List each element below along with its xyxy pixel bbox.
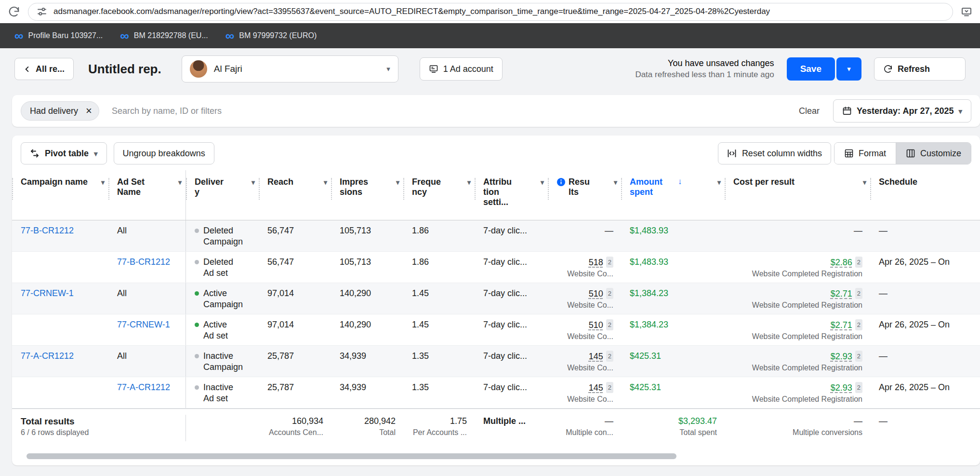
save-options-button[interactable]: ▾ (836, 57, 861, 81)
horizontal-scrollbar[interactable] (20, 453, 972, 460)
table-row[interactable]: 77-CRNEW-1 All ActiveCampaign 97,014 140… (12, 283, 980, 314)
report-table-card: Pivot table ▾ Ungroup breakdowns Reset c… (12, 136, 980, 465)
reset-column-widths-button[interactable]: Reset column widths (718, 142, 831, 164)
total-results-cell: —Multiple con... (548, 415, 621, 441)
remove-filter-icon[interactable]: × (86, 106, 92, 116)
column-menu-icon[interactable]: ▾ (541, 177, 544, 186)
cost-value[interactable]: $2.71 (831, 289, 852, 299)
column-header-frequency[interactable]: Frequency ▾ (403, 170, 475, 220)
campaign-name-link[interactable]: 77-A-CR1212 (21, 351, 74, 361)
column-menu-icon[interactable]: ▾ (717, 177, 721, 186)
adset-name-link[interactable]: 77-B-CR1212 (117, 257, 170, 267)
column-header-ad-set-name[interactable]: Ad Set Name ▾ (108, 170, 185, 220)
campaign-name-link[interactable]: 77-CRNEW-1 (21, 288, 74, 298)
column-header-impressions[interactable]: Impressions ▾ (331, 170, 403, 220)
table-row[interactable]: 77-A-CR1212 InactiveAd set 25,787 34,939… (12, 377, 980, 408)
amount-spent-value: $1,483.93 (630, 257, 668, 267)
account-selector[interactable]: Al Fajri ▾ (182, 55, 398, 82)
refresh-button[interactable]: Refresh (874, 57, 966, 81)
delivery-status: Inactive (203, 351, 243, 362)
scrollbar-thumb[interactable] (26, 453, 676, 459)
results-value[interactable]: 510 (589, 289, 603, 299)
results-cell: — (548, 220, 621, 251)
column-menu-icon[interactable]: ▾ (863, 177, 866, 186)
results-type: Website Co... (556, 269, 613, 279)
cost-per-result-cell: $2.712Website Completed Registration (725, 283, 870, 314)
adset-name-cell: All (108, 283, 185, 314)
date-range-picker[interactable]: Yesterday: Apr 27, 2025 ▾ (833, 99, 971, 122)
impressions-cell: 140,290 (331, 314, 403, 345)
adset-name-link[interactable]: 77-A-CR1212 (117, 382, 170, 392)
campaign-name-cell: 77-CRNEW-1 (12, 283, 108, 314)
results-value[interactable]: 145 (589, 383, 603, 393)
adset-name-cell: 77-A-CR1212 (108, 377, 185, 408)
reach-cell: 56,747 (259, 220, 331, 251)
back-to-reports-button[interactable]: All re... (14, 58, 74, 80)
adset-name[interactable]: All (117, 226, 127, 235)
customize-button[interactable]: Customize (896, 143, 971, 164)
cost-value[interactable]: $2.71 (831, 320, 852, 330)
info-icon[interactable] (556, 177, 566, 187)
pivot-table-button[interactable]: Pivot table ▾ (21, 142, 107, 164)
delivery-status: Deleted (203, 257, 233, 268)
table-row[interactable]: 77-B-CR1212 DeletedAd set 56,747 105,713… (12, 252, 980, 283)
workspace-tab-profile[interactable]: ∞ Profile Baru 103927... (6, 23, 111, 48)
column-header-attribution-setting[interactable]: Attribution setti... ▾ (475, 170, 548, 220)
search-input[interactable] (112, 106, 794, 116)
schedule-cell: Apr 26, 2025 – On (870, 314, 980, 345)
table-total-row: Total results6 / 6 rows displayed 160,93… (12, 408, 980, 448)
cost-value[interactable]: — (854, 226, 862, 235)
table-row[interactable]: 77-A-CR1212 All InactiveCampaign 25,787 … (12, 346, 980, 377)
column-header-reach[interactable]: Reach ▾ (259, 170, 331, 220)
clear-filters-button[interactable]: Clear (799, 106, 820, 116)
adset-name[interactable]: All (117, 288, 127, 298)
column-menu-icon[interactable]: ▾ (396, 177, 399, 186)
column-menu-icon[interactable]: ▾ (324, 177, 327, 186)
workspace-tab-bm2[interactable]: ∞ BM 97999732 (EURO) (217, 23, 326, 48)
column-header-campaign-name[interactable]: Campaign name ▾ (12, 170, 108, 220)
column-header-cost-per-result[interactable]: Cost per result ▾ (725, 170, 870, 220)
table-row[interactable]: 77-CRNEW-1 ActiveAd set 97,014 140,290 1… (12, 314, 980, 346)
table-row[interactable]: 77-B-CR1212 All DeletedCampaign 56,747 1… (12, 220, 980, 252)
results-value[interactable]: 518 (589, 258, 603, 267)
workspace-tab-bm1[interactable]: ∞ BM 218292788 (EU... (111, 23, 216, 48)
table-header-row: Campaign name ▾ Ad Set Name ▾ Delivery ▾… (12, 170, 980, 220)
attribution-cell: 7-day clic... (475, 252, 548, 283)
delivery-cell: DeletedAd set (185, 252, 259, 283)
column-menu-icon[interactable]: ▾ (467, 177, 471, 186)
cost-value[interactable]: $2.93 (831, 383, 852, 393)
column-header-delivery[interactable]: Delivery ▾ (185, 170, 259, 220)
cost-per-result-cell: — (725, 220, 870, 251)
delivery-cell: ActiveCampaign (185, 283, 259, 314)
adset-name-link[interactable]: 77-CRNEW-1 (117, 320, 170, 329)
adset-name[interactable]: All (117, 351, 127, 361)
filter-chip-had-delivery[interactable]: Had delivery × (21, 101, 99, 121)
results-value[interactable]: — (605, 226, 613, 235)
results-value[interactable]: 145 (589, 352, 603, 361)
unsaved-changes-text: You have unsaved changes (635, 57, 774, 69)
browser-reload-icon[interactable] (8, 5, 20, 18)
send-to-device-icon[interactable] (961, 6, 972, 17)
ad-account-button[interactable]: 1 Ad account (420, 57, 503, 81)
campaign-name-link[interactable]: 77-B-CR1212 (21, 226, 74, 235)
ungroup-breakdowns-button[interactable]: Ungroup breakdowns (114, 142, 214, 164)
cost-value[interactable]: $2.86 (831, 258, 852, 267)
cost-per-result-cell: $2.712Website Completed Registration (725, 314, 870, 345)
column-header-schedule[interactable]: Schedule (870, 170, 980, 220)
url-bar[interactable]: adsmanager.facebook.com/adsmanager/repor… (28, 3, 953, 21)
column-header-results[interactable]: Results ▾ (548, 170, 621, 220)
schedule-cell: Apr 26, 2025 – On (870, 377, 980, 408)
cost-value[interactable]: $2.93 (831, 352, 852, 361)
format-button[interactable]: Format (834, 143, 896, 164)
column-menu-icon[interactable]: ▾ (614, 177, 617, 186)
column-menu-icon[interactable]: ▾ (101, 177, 105, 186)
results-type: Website Co... (556, 300, 613, 310)
column-menu-icon[interactable]: ▾ (178, 177, 182, 186)
column-menu-icon[interactable]: ▾ (252, 177, 255, 186)
site-settings-icon[interactable] (37, 7, 47, 16)
column-header-amount-spent[interactable]: Amount spent ↓ ▾ (621, 170, 725, 220)
status-dot (195, 291, 199, 296)
results-value[interactable]: 510 (589, 320, 603, 330)
save-button[interactable]: Save (787, 57, 835, 81)
cost-per-result-cell: $2.862Website Completed Registration (725, 252, 870, 283)
